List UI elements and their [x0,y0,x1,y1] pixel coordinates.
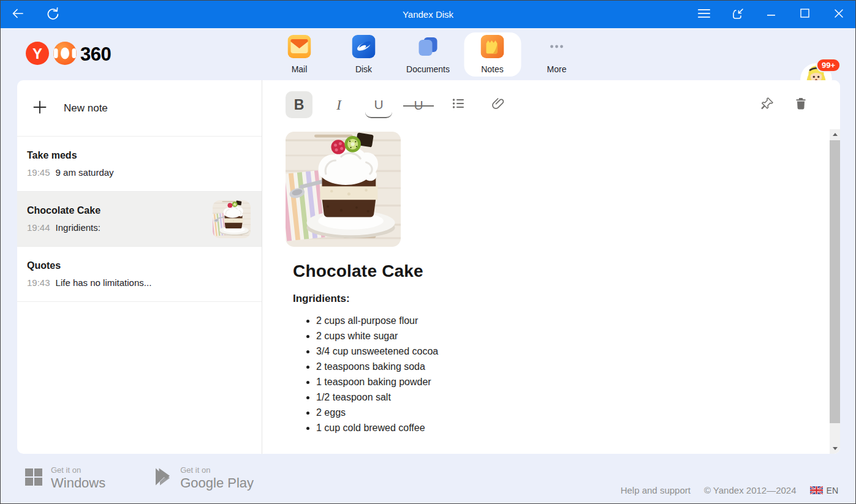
note-list-item-quotes[interactable]: Quotes 19:43 Life has no limitations... [17,247,262,302]
ingredient-item: 3/4 cup unsweetened cocoa [316,344,830,359]
ingredient-item: 2 eggs [316,405,830,420]
minimize-icon [767,9,776,20]
scrollbar-up-arrow[interactable] [830,129,840,140]
ingredient-item: 1 cup cold brewed coffee [316,420,830,435]
maximize-icon [800,9,809,20]
ingredient-item: 2 teaspoons baking soda [316,359,830,374]
new-note-button[interactable]: New note [17,80,262,137]
close-button[interactable] [822,1,855,28]
trash-icon [794,96,808,113]
notes-sidebar: New note Take meds 19:45 9 am saturday C… [17,80,262,454]
tab-mail[interactable]: Mail [271,32,328,77]
tab-notes[interactable]: Notes [464,32,521,77]
bullet-list-button[interactable] [445,91,472,118]
notes-icon [481,35,504,61]
help-and-support-link[interactable]: Help and support [621,485,691,495]
language-selector[interactable]: EN [810,486,838,495]
refresh-button[interactable] [35,1,69,28]
tab-documents[interactable]: Documents [400,32,456,77]
minimize-button[interactable] [754,1,788,28]
note-title-heading: Chocolate Cake [293,261,830,281]
window-title: Yandex Disk [403,1,453,28]
refresh-icon [45,6,59,23]
get-on-windows-badge[interactable]: Get it on Windows [25,465,105,491]
tab-disk-label: Disk [355,64,372,74]
compact-mode-button[interactable] [721,1,754,28]
note-editor: B I U U [262,80,840,454]
tab-disk[interactable]: Disk [335,32,392,77]
delete-note-button[interactable] [790,91,811,118]
ingredient-item: 2 cups all-purpose flour [316,313,830,328]
ingredients-list: 2 cups all-purpose flour 2 cups white su… [293,313,830,435]
tab-mail-label: Mail [292,64,308,74]
note-subtitle: Ingridients: [293,293,830,305]
note-item-title: Quotes [27,260,252,271]
logo-360-icon [53,41,77,68]
yandex-y-icon: Y [25,41,50,68]
app-header: Y 360 [1,28,855,80]
windows-icon [25,468,42,488]
underline-button[interactable]: U [365,91,392,118]
windows-badge-big-text: Windows [51,475,105,491]
more-dots-icon [545,35,569,61]
back-button[interactable] [1,1,35,28]
titlebar: Yandex Disk [1,1,855,28]
windows-badge-small-text: Get it on [51,465,105,475]
uk-flag-icon [810,486,823,494]
documents-icon [417,35,440,61]
app-window: Yandex Disk [0,0,856,504]
pin-note-button[interactable] [757,91,778,118]
tab-documents-label: Documents [406,64,450,74]
tab-more-label: More [547,64,567,74]
bold-button[interactable]: B [286,91,312,118]
close-icon [834,9,844,21]
svg-text:Y: Y [32,45,42,61]
service-tabs: Mail Disk [271,28,585,80]
gplay-badge-big-text: Google Play [180,475,254,491]
mail-icon [288,35,311,61]
note-item-preview: Life has no limitations... [56,277,152,288]
maximize-button[interactable] [788,1,822,28]
app-footer: Get it on Windows Get it on Google Play … [1,453,855,503]
attach-button[interactable] [485,91,512,118]
note-actions [757,80,811,129]
note-thumbnail-image [213,200,251,238]
hamburger-icon [698,9,710,21]
paperclip-icon [491,96,506,113]
ingredient-item: 1 teaspoon baking powder [316,374,830,389]
menu-button[interactable] [687,1,721,28]
strikethrough-button[interactable]: U [405,91,432,118]
note-item-time: 19:43 [27,277,50,288]
editor-scrollbar[interactable] [830,129,840,454]
bullet-list-icon [451,96,466,113]
ingredient-item: 2 cups white sugar [316,328,830,344]
compact-mode-icon [730,6,746,23]
notifications-badge[interactable]: 99+ [816,58,841,72]
gplay-badge-small-text: Get it on [180,465,254,475]
note-item-title: Chocolate Cake [27,205,213,216]
note-hero-image [286,132,401,247]
tab-more[interactable]: More [528,32,585,77]
footer-links: Help and support © Yandex 2012—2024 EN [621,485,838,495]
format-toolbar: B I U U [262,80,830,129]
google-play-icon [154,467,172,489]
scrollbar-thumb[interactable] [830,140,840,423]
note-item-preview: Ingridients: [56,222,100,233]
italic-button[interactable]: I [325,91,352,118]
new-note-label: New note [64,102,108,115]
disk-icon [352,35,376,61]
get-on-google-play-badge[interactable]: Get it on Google Play [154,465,254,491]
note-item-time: 19:45 [27,167,50,178]
copyright-text: © Yandex 2012—2024 [704,485,797,495]
note-list-item-take-meds[interactable]: Take meds 19:45 9 am saturday [17,137,262,192]
note-item-title: Take meds [27,150,252,161]
plus-icon [32,99,48,118]
note-item-time: 19:44 [27,222,50,233]
yandex-360-logo[interactable]: Y 360 [25,28,111,80]
content-card: New note Take meds 19:45 9 am saturday C… [17,80,840,454]
note-list-item-chocolate-cake[interactable]: Chocolate Cake 19:44 Ingridients: [17,192,262,247]
note-content[interactable]: Chocolate Cake Ingridients: 2 cups all-p… [262,129,830,454]
pin-icon [760,96,775,113]
logo-360-text: 360 [80,43,111,66]
tab-notes-label: Notes [481,64,504,74]
